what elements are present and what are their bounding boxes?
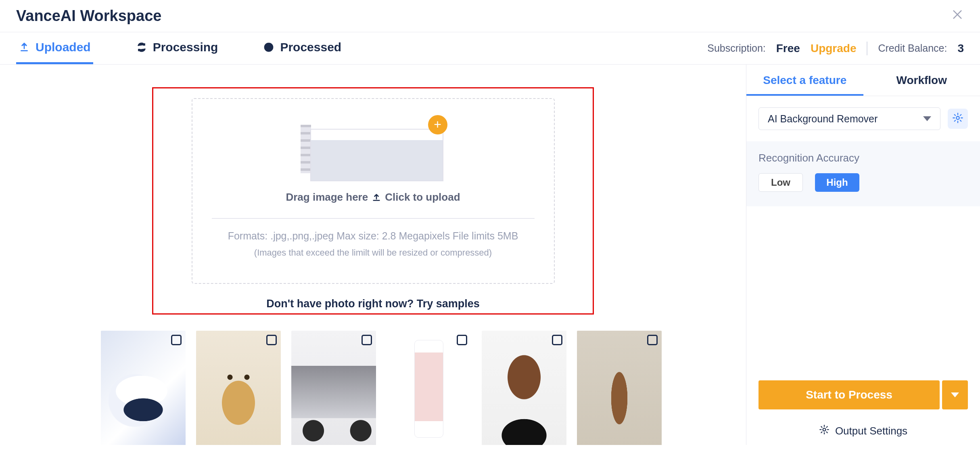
- accuracy-low-button[interactable]: Low: [759, 173, 803, 192]
- checkbox-icon[interactable]: [361, 335, 372, 345]
- tabs-bar: Uploaded Processing Processed Subscripti…: [0, 32, 980, 65]
- account-info: Subscription: Free Upgrade Credit Balanc…: [707, 42, 964, 55]
- sample-thumbnail[interactable]: [101, 331, 186, 445]
- body: + Drag image here Click to upload Format…: [0, 65, 980, 445]
- recognition-accuracy-label: Recognition Accuracy: [759, 152, 968, 164]
- checkbox-icon[interactable]: [266, 335, 277, 345]
- upload-inline-icon: [372, 193, 381, 202]
- tab-processing[interactable]: Processing: [134, 32, 221, 64]
- sample-thumbnail[interactable]: [196, 331, 281, 445]
- sample-thumbnail[interactable]: [291, 331, 376, 445]
- spacer: [746, 206, 980, 380]
- tab-label: Uploaded: [36, 40, 91, 54]
- divider: [212, 218, 535, 219]
- checkbox-icon[interactable]: [171, 335, 182, 345]
- plus-icon: +: [428, 115, 447, 134]
- subscription-label: Subscription:: [707, 42, 766, 54]
- feature-selected-label: AI Background Remover: [768, 113, 878, 125]
- aside-tabs: Select a feature Workflow: [746, 65, 980, 96]
- window-title: VanceAI Workspace: [16, 7, 161, 25]
- main-column: + Drag image here Click to upload Format…: [0, 65, 746, 445]
- upgrade-link[interactable]: Upgrade: [811, 42, 857, 55]
- output-settings-button[interactable]: Output Settings: [746, 417, 980, 445]
- recognition-box: Recognition Accuracy Low High: [746, 141, 980, 206]
- formats-text: Formats: .jpg,.png,.jpeg Max size: 2.8 M…: [228, 230, 518, 242]
- title-bar: VanceAI Workspace: [0, 0, 980, 32]
- aside-tab-workflow[interactable]: Workflow: [863, 65, 980, 96]
- feature-select[interactable]: AI Background Remover: [759, 107, 940, 130]
- start-process-button[interactable]: Start to Process: [759, 380, 940, 409]
- close-icon[interactable]: [951, 8, 964, 25]
- credit-value: 3: [957, 42, 964, 55]
- checkbox-icon[interactable]: [647, 335, 658, 345]
- upload-icon: [19, 42, 30, 53]
- feature-settings-button[interactable]: [948, 109, 968, 129]
- sample-thumbnail[interactable]: [577, 331, 662, 445]
- checkbox-icon[interactable]: [457, 335, 467, 345]
- dropzone-instruction: Drag image here Click to upload: [286, 191, 460, 204]
- sample-list: [16, 331, 730, 445]
- tab-label: Processing: [153, 40, 218, 54]
- divider: [867, 42, 867, 55]
- process-row: Start to Process: [746, 380, 980, 409]
- aside-column: Select a feature Workflow AI Background …: [746, 65, 980, 445]
- highlight-box: + Drag image here Click to upload Format…: [152, 87, 594, 315]
- gear-icon: [819, 424, 830, 438]
- try-samples-text: Don't have photo right now? Try samples: [153, 298, 593, 310]
- feature-row: AI Background Remover: [746, 96, 980, 141]
- chevron-down-icon: [951, 392, 959, 397]
- sync-icon: [136, 42, 147, 53]
- upload-dropzone[interactable]: + Drag image here Click to upload Format…: [192, 98, 555, 284]
- sample-thumbnail[interactable]: [482, 331, 566, 445]
- checkbox-icon[interactable]: [552, 335, 562, 345]
- drag-text: Drag image here: [286, 191, 368, 204]
- process-dropdown-button[interactable]: [942, 380, 968, 409]
- output-settings-label: Output Settings: [835, 425, 907, 437]
- tabs-left: Uploaded Processing Processed: [16, 32, 344, 64]
- tab-uploaded[interactable]: Uploaded: [16, 32, 93, 64]
- gear-icon: [952, 112, 963, 125]
- aside-tab-feature[interactable]: Select a feature: [746, 65, 863, 96]
- svg-point-1: [956, 116, 959, 119]
- subscription-value: Free: [776, 42, 800, 55]
- accuracy-high-button[interactable]: High: [815, 173, 859, 192]
- placeholder-image-icon: +: [301, 118, 446, 179]
- click-to-upload-link[interactable]: Click to upload: [385, 191, 460, 204]
- resize-note: (Images that exceed the limilt will be r…: [254, 248, 492, 258]
- credit-label: Credit Balance:: [878, 42, 947, 54]
- svg-point-2: [823, 428, 825, 431]
- tab-label: Processed: [280, 40, 341, 54]
- accuracy-toggle: Low High: [759, 173, 968, 192]
- chevron-down-icon: [923, 116, 931, 121]
- sample-thumbnail[interactable]: [387, 331, 471, 445]
- tab-processed[interactable]: Processed: [261, 32, 344, 64]
- check-circle-icon: [263, 42, 274, 53]
